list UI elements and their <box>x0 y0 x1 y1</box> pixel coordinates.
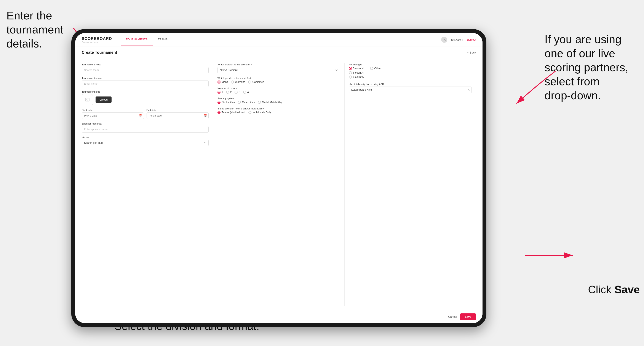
gender-womens-circle <box>231 81 234 84</box>
live-scoring-field: ✕ <box>349 87 472 93</box>
name-label: Tournament name <box>82 77 208 79</box>
rounds-4[interactable]: 4 <box>243 91 249 94</box>
tablet-frame: SCOREBOARD Powered by clipp'd TOURNAMENT… <box>71 29 486 327</box>
rounds-group: Number of rounds 1 2 <box>218 87 340 94</box>
scoring-medal-circle <box>258 101 261 104</box>
calendar-icon: 📅 <box>139 114 142 117</box>
gender-combined-circle <box>248 81 251 84</box>
nav-tabs: TOURNAMENTS TEAMS <box>121 33 173 46</box>
live-scoring-input[interactable] <box>349 87 472 93</box>
rounds-3[interactable]: 3 <box>234 91 240 94</box>
end-date-input[interactable] <box>146 112 209 119</box>
scoring-stroke-label: Stroke Play <box>222 101 235 104</box>
end-label: End date <box>146 109 209 111</box>
clear-live-scoring[interactable]: ✕ <box>468 88 470 92</box>
logo-text: SCOREBOARD <box>82 36 112 41</box>
logo-label: Tournament logo <box>82 90 208 93</box>
app-nav: SCOREBOARD Powered by clipp'd TOURNAMENT… <box>75 33 482 46</box>
division-group: Which division is the event for? NCAA Di… <box>218 63 340 73</box>
format-5count4-label: 5 count 4 <box>353 67 364 70</box>
gender-womens-label: Womens <box>235 81 245 84</box>
format-left-col: 5 count 4 6 count 4 6 count 5 <box>349 67 364 79</box>
scoring-stroke-circle <box>218 101 220 104</box>
date-row: Start date 📅 End date 📅 <box>82 109 208 119</box>
scoring-stroke[interactable]: Stroke Play <box>218 101 235 104</box>
rounds-radio-group: 1 2 3 4 <box>218 91 340 94</box>
live-scoring-group: Use third-party live scoring API? ✕ <box>349 83 472 93</box>
logo-placeholder <box>82 94 93 105</box>
gender-combined[interactable]: Combined <box>248 81 264 84</box>
format-6count4[interactable]: 6 count 4 <box>349 71 364 74</box>
format-6count5-label: 6 count 5 <box>353 76 364 79</box>
teams-label: Is this event for Teams and/or Individua… <box>218 107 340 110</box>
rounds-3-circle <box>234 91 238 94</box>
back-link[interactable]: < Back <box>468 51 476 54</box>
teams-group: Is this event for Teams and/or Individua… <box>218 107 340 114</box>
arrow-topright <box>495 67 560 110</box>
tournament-name-input[interactable] <box>82 81 208 87</box>
annotation-topleft: Enter thetournamentdetails. <box>6 9 63 51</box>
tournament-name-group: Tournament name <box>82 77 208 87</box>
form-body: Tournament Host Tournament name Tourname… <box>75 59 482 310</box>
sponsor-label: Sponsor (optional) <box>82 122 208 125</box>
scoring-match-circle <box>238 101 241 104</box>
rounds-4-circle <box>243 91 246 94</box>
teams-teams-circle <box>218 111 220 114</box>
tournament-logo-group: Tournament logo Upload <box>82 90 208 105</box>
tab-teams[interactable]: TEAMS <box>152 33 173 46</box>
rounds-2-circle <box>226 91 229 94</box>
gender-group: Which gender is the event for? Mens Wome… <box>218 77 340 84</box>
teams-teams[interactable]: Teams (+Individuals) <box>218 111 245 114</box>
arrow-save <box>523 249 577 262</box>
rounds-1[interactable]: 1 <box>218 91 223 94</box>
start-date-input[interactable] <box>82 112 144 119</box>
live-scoring-label: Use third-party live scoring API? <box>349 83 472 85</box>
rounds-2[interactable]: 2 <box>226 91 232 94</box>
gender-mens-circle <box>218 81 220 84</box>
scoring-medal-label: Medal Match Play <box>262 101 282 104</box>
gender-mens-label: Mens <box>222 81 228 84</box>
format-6count5[interactable]: 6 count 5 <box>349 76 364 79</box>
venue-label: Venue <box>82 136 208 139</box>
division-select[interactable]: NCAA Division I <box>218 67 340 73</box>
format-other[interactable]: Other <box>370 67 381 70</box>
format-type-group: Format type 5 count 4 6 count 4 <box>349 63 472 79</box>
rounds-2-label: 2 <box>230 91 232 94</box>
form-title: Create Tournament <box>82 50 117 55</box>
sponsor-input[interactable] <box>82 126 208 133</box>
scoring-label: Scoring system <box>218 97 340 100</box>
end-date-field: 📅 <box>146 112 209 119</box>
format-other-label: Other <box>374 67 381 70</box>
rounds-3-label: 3 <box>239 91 240 94</box>
gender-mens[interactable]: Mens <box>218 81 228 84</box>
form-container: Create Tournament < Back Tournament Host… <box>75 46 482 323</box>
sponsor-group: Sponsor (optional) <box>82 122 208 133</box>
teams-individuals[interactable]: Individuals Only <box>248 111 271 114</box>
teams-individuals-label: Individuals Only <box>252 111 271 114</box>
format-5count4[interactable]: 5 count 4 <box>349 67 364 70</box>
cancel-button[interactable]: Cancel <box>448 315 457 318</box>
format-other-circle <box>370 67 373 70</box>
format-6count4-label: 6 count 4 <box>353 71 364 74</box>
gender-womens[interactable]: Womens <box>231 81 245 84</box>
scoring-medal-match[interactable]: Medal Match Play <box>258 101 282 104</box>
signout-link[interactable]: Sign out <box>466 38 476 41</box>
scoring-match[interactable]: Match Play <box>238 101 255 104</box>
teams-individuals-circle <box>248 111 252 114</box>
host-label: Tournament Host <box>82 63 208 66</box>
save-button[interactable]: Save <box>460 313 476 320</box>
teams-teams-label: Teams (+Individuals) <box>222 111 245 114</box>
user-avatar <box>441 37 447 43</box>
teams-radio-group: Teams (+Individuals) Individuals Only <box>218 111 340 114</box>
upload-button[interactable]: Upload <box>96 96 112 103</box>
rounds-1-circle <box>218 91 220 94</box>
user-name: Test User | <box>451 38 463 41</box>
venue-select[interactable]: Search golf club <box>82 140 208 146</box>
start-date-group: Start date 📅 <box>82 109 144 119</box>
search-team-input[interactable] <box>82 67 208 73</box>
gender-radio-group: Mens Womens Combined <box>218 81 340 84</box>
tab-tournaments[interactable]: TOURNAMENTS <box>121 33 152 46</box>
form-col-3: Format type 5 count 4 6 count 4 <box>344 63 476 306</box>
start-date-field: 📅 <box>82 112 144 119</box>
end-date-group: End date 📅 <box>146 109 209 119</box>
